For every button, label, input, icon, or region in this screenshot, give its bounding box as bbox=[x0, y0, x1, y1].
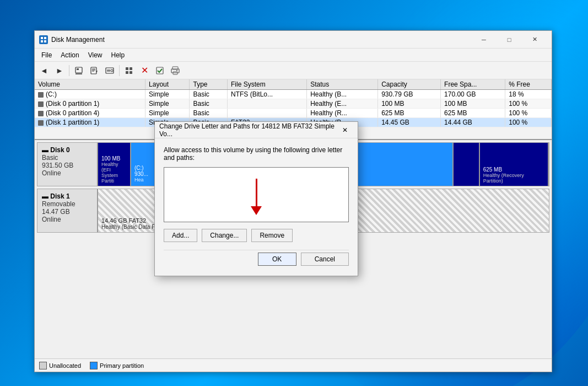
cell-1-0: (Disk 0 partition 1) bbox=[35, 99, 145, 109]
modal-footer: OK Cancel bbox=[164, 250, 349, 268]
cell-1-3 bbox=[228, 99, 307, 109]
maximize-button[interactable]: □ bbox=[497, 31, 522, 49]
svg-rect-14 bbox=[126, 67, 128, 70]
disk-1-name: ▬ Disk 1 bbox=[42, 192, 93, 200]
svg-rect-5 bbox=[77, 68, 79, 70]
cell-3-6: 14.44 GB bbox=[441, 118, 505, 127]
cell-2-3 bbox=[228, 109, 307, 118]
cell-0-3: NTFS (BitLo... bbox=[228, 90, 307, 99]
volume-row-0[interactable]: (C:)SimpleBasicNTFS (BitLo...Healthy (B.… bbox=[35, 90, 552, 99]
col-status[interactable]: Status bbox=[307, 79, 378, 90]
disk-0-gap-partition[interactable] bbox=[454, 143, 479, 186]
cell-1-6: 100 MB bbox=[441, 99, 505, 109]
col-pctfree[interactable]: % Free bbox=[505, 79, 552, 90]
cell-1-4: Healthy (E... bbox=[307, 99, 378, 109]
change-drive-letter-dialog: Change Drive Letter and Paths for 14812 … bbox=[154, 121, 358, 276]
minimize-button[interactable]: ─ bbox=[471, 31, 497, 49]
legend-unallocated: Unallocated bbox=[39, 362, 81, 369]
col-filesystem[interactable]: File System bbox=[228, 79, 307, 90]
add-button[interactable]: Add... bbox=[164, 229, 197, 242]
menu-view[interactable]: View bbox=[84, 50, 107, 60]
menu-action[interactable]: Action bbox=[56, 50, 83, 60]
svg-point-12 bbox=[111, 69, 113, 72]
menu-file[interactable]: File bbox=[37, 50, 56, 60]
disk-0-size: 931.50 GB bbox=[42, 162, 93, 169]
svg-rect-17 bbox=[130, 71, 132, 74]
col-layout[interactable]: Layout bbox=[145, 79, 190, 90]
status-bar: Unallocated Primary partition bbox=[35, 358, 552, 372]
disk-0-efi-partition[interactable]: 100 MB Healthy (EFI System Partiti bbox=[98, 143, 131, 186]
remove-button[interactable]: Remove bbox=[251, 229, 293, 242]
legend-unallocated-box bbox=[39, 362, 47, 369]
disk-0-type: Basic bbox=[42, 154, 93, 162]
svg-rect-3 bbox=[44, 40, 46, 42]
legend-unallocated-label: Unallocated bbox=[49, 362, 81, 369]
svg-rect-13 bbox=[107, 69, 110, 72]
disk-icon-button[interactable] bbox=[103, 64, 117, 77]
app-icon bbox=[39, 35, 48, 44]
disk-0-recovery-partition[interactable]: 625 MB Healthy (Recovery Partition) bbox=[480, 143, 549, 186]
cell-2-1: Simple bbox=[145, 109, 190, 118]
red-arrow-indicator bbox=[251, 179, 262, 215]
cell-3-5: 14.45 GB bbox=[378, 118, 441, 127]
svg-rect-15 bbox=[130, 67, 132, 70]
back-button[interactable]: ◄ bbox=[37, 64, 51, 77]
svg-rect-2 bbox=[41, 40, 43, 42]
modal-listbox[interactable] bbox=[164, 167, 349, 222]
modal-title: Change Drive Letter and Paths for 14812 … bbox=[159, 122, 337, 138]
modal-description: Allow access to this volume by using the… bbox=[164, 146, 349, 162]
volume-row-1[interactable]: (Disk 0 partition 1)SimpleBasicHealthy (… bbox=[35, 99, 552, 109]
col-freespace[interactable]: Free Spa... bbox=[441, 79, 505, 90]
window-controls: ─ □ ✕ bbox=[471, 31, 547, 49]
modal-body: Allow access to this volume by using the… bbox=[155, 138, 358, 276]
cell-2-0: (Disk 0 partition 4) bbox=[35, 109, 145, 118]
cancel-button[interactable]: Cancel bbox=[301, 253, 349, 266]
disk-0-label: ▬ Disk 0 Basic 931.50 GB Online bbox=[37, 143, 98, 186]
ok-button[interactable]: OK bbox=[258, 253, 296, 266]
toolbar: ◄ ► bbox=[35, 62, 552, 79]
menu-bar: File Action View Help bbox=[35, 49, 552, 62]
col-capacity[interactable]: Capacity bbox=[378, 79, 441, 90]
change-button[interactable]: Change... bbox=[202, 229, 247, 242]
check-button[interactable] bbox=[153, 64, 167, 77]
cell-0-2: Basic bbox=[190, 90, 228, 99]
legend-primary-label: Primary partition bbox=[100, 362, 144, 369]
legend-primary: Primary partition bbox=[90, 362, 144, 369]
cell-3-0: (Disk 1 partition 1) bbox=[35, 118, 145, 127]
svg-rect-22 bbox=[176, 70, 177, 71]
forward-button[interactable]: ► bbox=[52, 64, 67, 77]
edit-button[interactable] bbox=[87, 64, 101, 77]
col-volume[interactable]: Volume bbox=[35, 79, 145, 90]
cell-0-7: 18 % bbox=[505, 90, 552, 99]
title-bar: Disk Management ─ □ ✕ bbox=[35, 31, 552, 49]
svg-rect-0 bbox=[41, 37, 43, 39]
cell-0-6: 170.00 GB bbox=[441, 90, 505, 99]
wizard-button[interactable] bbox=[122, 64, 136, 77]
modal-close-button[interactable]: ✕ bbox=[337, 122, 353, 138]
menu-help[interactable]: Help bbox=[107, 50, 130, 60]
disk-1-status: Online bbox=[42, 216, 93, 223]
svg-rect-16 bbox=[126, 71, 128, 74]
disk-1-size: 14.47 GB bbox=[42, 208, 93, 216]
cell-0-4: Healthy (B... bbox=[307, 90, 378, 99]
disk-1-label: ▬ Disk 1 Removable 14.47 GB Online bbox=[37, 189, 98, 232]
volume-row-2[interactable]: (Disk 0 partition 4)SimpleBasicHealthy (… bbox=[35, 109, 552, 118]
print-button[interactable] bbox=[168, 64, 182, 77]
disk-1-type: Removable bbox=[42, 200, 93, 208]
delete-button[interactable]: ✕ bbox=[137, 64, 152, 77]
svg-rect-1 bbox=[44, 37, 46, 39]
col-type[interactable]: Type bbox=[190, 79, 228, 90]
close-button[interactable]: ✕ bbox=[522, 31, 547, 49]
toolbar-separator-2 bbox=[119, 65, 120, 76]
cell-2-4: Healthy (R... bbox=[307, 109, 378, 118]
modal-title-bar: Change Drive Letter and Paths for 14812 … bbox=[155, 122, 358, 138]
svg-rect-7 bbox=[91, 67, 96, 74]
cell-1-7: 100 % bbox=[505, 99, 552, 109]
svg-rect-18 bbox=[157, 67, 163, 74]
disk-properties-button[interactable] bbox=[72, 64, 86, 77]
arrow-line bbox=[256, 179, 257, 206]
cell-2-7: 100 % bbox=[505, 109, 552, 118]
disk-0-name: ▬ Disk 0 bbox=[42, 146, 93, 154]
cell-3-7: 100 % bbox=[505, 118, 552, 127]
cell-2-5: 625 MB bbox=[378, 109, 441, 118]
